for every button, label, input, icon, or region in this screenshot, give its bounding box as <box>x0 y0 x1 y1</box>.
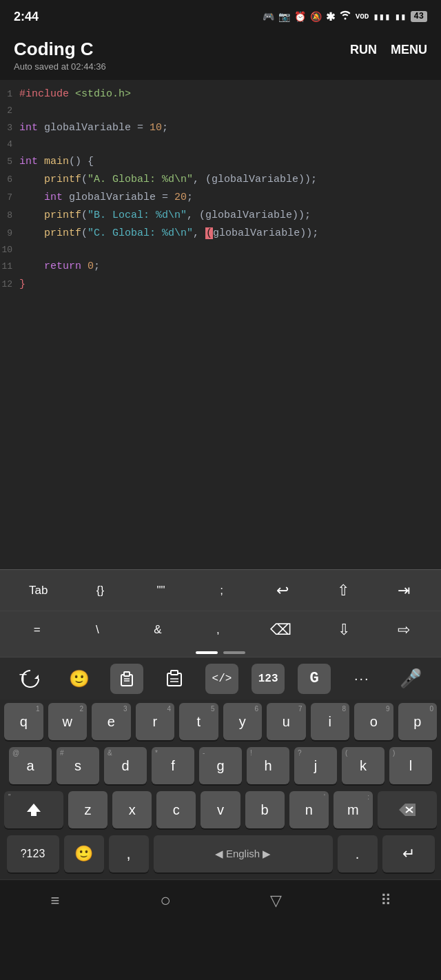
keyboard: q1 w2 e3 r4 t5 y6 u7 i8 o9 p0 a@ s# d& f… <box>0 700 441 879</box>
status-bar: 2:44 🎮 📷 ⏰ 🔕 ✱ VOD ▮▮▮ ▮▮ 43 <box>0 0 441 33</box>
key-v[interactable]: v <box>201 791 240 828</box>
code-line-2: 2 <box>0 103 441 119</box>
key-l[interactable]: l) <box>389 747 432 784</box>
alarm-icon: ⏰ <box>294 11 306 23</box>
shift-up-key[interactable]: ⇧ <box>328 578 358 604</box>
key-b[interactable]: b <box>245 791 285 828</box>
code-line-3: 3 int globalVariable = 10; <box>0 119 441 137</box>
game-icon: 🎮 <box>263 11 274 23</box>
key-y[interactable]: y6 <box>223 703 263 740</box>
run-button[interactable]: RUN <box>350 43 377 57</box>
key-r[interactable]: r4 <box>136 703 175 740</box>
key-c[interactable]: c <box>156 791 196 828</box>
key-k[interactable]: k( <box>342 747 384 784</box>
ampersand-key[interactable]: & <box>143 619 173 641</box>
header-left: Coding C Auto saved at 02:44:36 <box>14 39 106 72</box>
svg-marker-1 <box>34 675 39 679</box>
mute-icon: 🔕 <box>310 11 322 23</box>
bluetooth-icon: ✱ <box>326 10 335 23</box>
key-i[interactable]: i8 <box>311 703 350 740</box>
redo-key[interactable]: ⇥ <box>389 578 419 604</box>
backslash-key[interactable]: \ <box>82 619 112 641</box>
key-g[interactable]: g- <box>199 747 242 784</box>
rotate-t-button[interactable]: T <box>12 662 48 695</box>
comma-special-key[interactable]: , <box>203 619 233 641</box>
key-z[interactable]: z <box>68 791 107 828</box>
code-line-9: 9 printf("C. Global: %d\n", (globalVaria… <box>0 225 441 243</box>
nav-bar: ≡ ○ ▽ ⠿ <box>0 879 441 921</box>
key-t[interactable]: t5 <box>179 703 218 740</box>
semicolon-key[interactable]: ; <box>207 580 237 602</box>
shift-key[interactable]: " <box>4 791 63 828</box>
code-line-8: 8 printf("B. Local: %d\n", (globalVariab… <box>0 207 441 225</box>
nav-apps-button[interactable]: ⠿ <box>365 887 407 915</box>
code-line-4: 4 <box>0 137 441 153</box>
key-n[interactable]: n' <box>289 791 329 828</box>
arrow-right-key[interactable]: ⇨ <box>389 617 419 643</box>
key-123[interactable]: ?123 <box>7 835 59 872</box>
swipe-dot-1 <box>196 651 218 654</box>
svg-rect-7 <box>171 671 178 675</box>
app-header: Coding C Auto saved at 02:44:36 RUN MENU <box>0 33 441 80</box>
key-x[interactable]: x <box>112 791 152 828</box>
code-line-10: 10 <box>0 243 441 258</box>
more-options-button[interactable]: ··· <box>344 662 380 695</box>
key-q[interactable]: q1 <box>4 703 43 740</box>
keyboard-row-4: ?123 🙂 , ◀ English ▶ . ↵ <box>0 832 441 879</box>
key-o[interactable]: o9 <box>354 703 393 740</box>
microphone-button[interactable]: 🎤 <box>393 662 429 695</box>
equals-key[interactable]: = <box>22 619 52 641</box>
nav-recent-button[interactable]: ▽ <box>255 887 296 915</box>
keyboard-row-1: q1 w2 e3 r4 t5 y6 u7 i8 o9 p0 <box>0 700 441 744</box>
arrow-down-key[interactable]: ⇩ <box>329 617 359 643</box>
header-actions: RUN MENU <box>350 39 427 57</box>
period-key[interactable]: . <box>338 835 378 872</box>
code-line-1: 1 #include <stdio.h> <box>0 85 441 103</box>
code-editor[interactable]: 1 #include <stdio.h> 2 3 int globalVaria… <box>0 80 441 411</box>
tab-key[interactable]: Tab <box>22 580 54 602</box>
key-u[interactable]: u7 <box>267 703 306 740</box>
backspace-key[interactable] <box>378 791 437 828</box>
key-a[interactable]: a@ <box>9 747 52 784</box>
key-d[interactable]: d& <box>104 747 147 784</box>
signal-vod-label: VOD <box>356 12 369 21</box>
nav-home-button[interactable]: ○ <box>145 887 186 915</box>
paste-format-button[interactable] <box>156 662 192 695</box>
svg-marker-10 <box>27 804 41 816</box>
undo-key[interactable]: ↩ <box>267 578 298 604</box>
key-e[interactable]: e3 <box>92 703 131 740</box>
key-j[interactable]: j? <box>294 747 337 784</box>
quotes-key[interactable]: "" <box>146 580 176 602</box>
nav-back-button[interactable]: ≡ <box>34 887 76 915</box>
code-tag-button[interactable]: </> <box>205 664 238 694</box>
key-s[interactable]: s# <box>57 747 99 784</box>
editor-empty-space[interactable] <box>0 411 441 569</box>
autosave-status: Auto saved at 02:44:36 <box>14 61 106 72</box>
emoji-key[interactable]: 🙂 <box>64 835 104 872</box>
special-keyboard-row-2: = \ & , ⌫ ⇩ ⇨ <box>0 611 441 649</box>
g-button[interactable]: G <box>298 664 331 694</box>
ime-toolbar: T 🙂 </> 123 G ··· 🎤 <box>0 657 441 700</box>
code-line-5: 5 int main() { <box>0 153 441 171</box>
enter-key[interactable]: ↵ <box>382 835 435 872</box>
code-line-6: 6 printf("A. Global: %d\n", (globalVaria… <box>0 171 441 189</box>
battery-indicator: 43 <box>411 11 427 22</box>
menu-button[interactable]: MENU <box>391 43 427 57</box>
key-p[interactable]: p0 <box>398 703 438 740</box>
code-line-11: 11 return 0; <box>0 258 441 276</box>
key-h[interactable]: h! <box>247 747 289 784</box>
special-keyboard-row-1: Tab {} "" ; ↩ ⇧ ⇥ <box>0 569 441 611</box>
key-f[interactable]: f* <box>152 747 194 784</box>
emoji-toolbar-button[interactable]: 🙂 <box>61 662 97 695</box>
key-w[interactable]: w2 <box>48 703 88 740</box>
key-m[interactable]: m: <box>334 791 373 828</box>
clipboard-button[interactable] <box>110 664 143 694</box>
comma-key[interactable]: , <box>109 835 149 872</box>
code-line-12: 12 } <box>0 276 441 294</box>
123-button[interactable]: 123 <box>252 664 285 694</box>
space-key[interactable]: ◀ English ▶ <box>154 835 333 872</box>
swipe-indicator <box>0 649 441 657</box>
braces-key[interactable]: {} <box>85 580 116 602</box>
backspace-special-key[interactable]: ⌫ <box>263 617 298 643</box>
app-title: Coding C <box>14 39 106 60</box>
